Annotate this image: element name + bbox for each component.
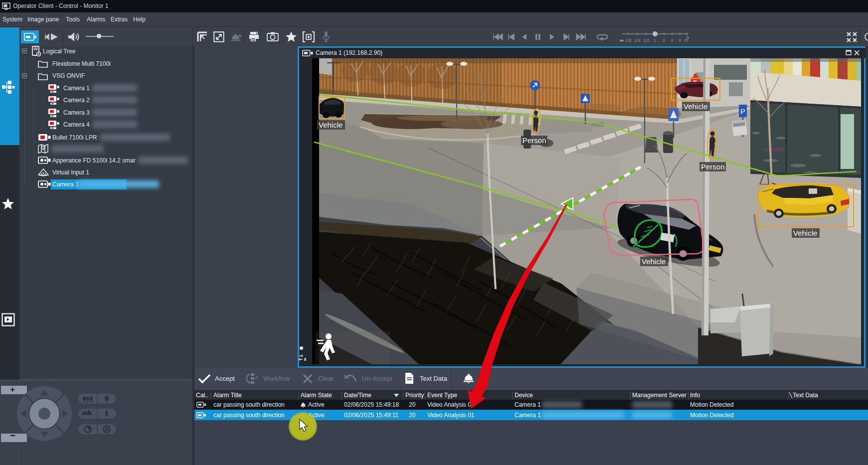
svg-text:1: 1 bbox=[654, 38, 656, 43]
svg-text:Vehicle: Vehicle bbox=[684, 102, 707, 111]
svg-text:1/8: 1/8 bbox=[625, 38, 632, 43]
svg-text:2: 2 bbox=[663, 38, 665, 43]
svg-text:Vehicle: Vehicle bbox=[319, 121, 343, 129]
svg-text:8: 8 bbox=[679, 38, 681, 43]
svg-text:1/4: 1/4 bbox=[634, 38, 641, 43]
svg-text:Person: Person bbox=[522, 136, 546, 145]
svg-text:1/2: 1/2 bbox=[643, 38, 650, 43]
svg-text:P: P bbox=[740, 107, 745, 116]
svg-text:Vehicle: Vehicle bbox=[642, 257, 666, 266]
svg-text:Vehicle: Vehicle bbox=[793, 229, 817, 237]
svg-text:Person: Person bbox=[701, 162, 725, 171]
svg-text:4: 4 bbox=[671, 38, 673, 43]
